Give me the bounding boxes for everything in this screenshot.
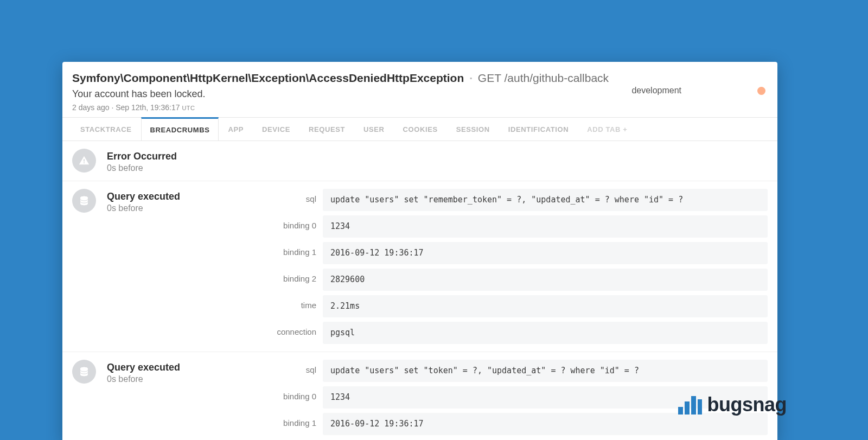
breadcrumb-title: Error Occurred [107, 151, 248, 162]
breadcrumb-item: Query executed0s beforesqlupdate "users"… [62, 181, 777, 352]
environment-status-dot [757, 87, 765, 95]
breadcrumb-item: Error Occurred0s before [62, 141, 777, 181]
detail-key: binding 0 [259, 215, 323, 238]
tab-cookies[interactable]: COOKIES [394, 118, 447, 141]
detail-row: binding 22829600 [259, 269, 768, 291]
tab-device[interactable]: DEVICE [253, 118, 299, 141]
bugsnag-logo: bugsnag [678, 393, 787, 416]
request-line: GET /auth/github-callback [478, 72, 609, 84]
tab-add[interactable]: ADD TAB + [578, 118, 636, 141]
database-icon [72, 360, 96, 384]
tab-app[interactable]: APP [219, 118, 253, 141]
tab-user[interactable]: USER [354, 118, 394, 141]
svg-rect-0 [84, 160, 85, 162]
breadcrumb-title: Query executed [107, 191, 248, 202]
svg-rect-1 [84, 163, 85, 164]
detail-value: 2.21ms [323, 295, 768, 317]
detail-row: connectionpgsql [259, 322, 768, 344]
svg-point-9 [80, 367, 87, 370]
detail-key: binding 0 [259, 386, 323, 409]
detail-key: binding 1 [259, 242, 323, 264]
breadcrumb-relative-time: 0s before [107, 203, 248, 213]
database-icon [72, 189, 96, 213]
detail-value: update "users" set "token" = ?, "updated… [323, 360, 768, 382]
detail-key: sql [259, 189, 323, 211]
error-detail-panel: Symfony\Component\HttpKernel\Exception\A… [62, 62, 777, 440]
bugsnag-logo-icon [678, 395, 702, 415]
error-title-line: Symfony\Component\HttpKernel\Exception\A… [72, 71, 768, 85]
detail-value: 2016-09-12 19:36:17 [323, 413, 768, 435]
absolute-time: Sep 12th, 19:36:17 [116, 103, 180, 112]
time-separator: · [111, 103, 116, 112]
detail-value: 2016-09-12 19:36:17 [323, 242, 768, 264]
tab-breadcrumbs[interactable]: BREADCRUMBS [141, 117, 219, 141]
svg-point-5 [80, 196, 87, 199]
breadcrumb-item: Query executed0s beforesqlupdate "users"… [62, 352, 777, 440]
breadcrumb-list: Error Occurred0s beforeQuery executed0s … [62, 141, 777, 440]
detail-row: sqlupdate "users" set "token" = ?, "upda… [259, 360, 768, 382]
tab-bar: STACKTRACEBREADCRUMBSAPPDEVICEREQUESTUSE… [62, 117, 777, 141]
bugsnag-logo-text: bugsnag [707, 393, 787, 416]
tab-session[interactable]: SESSION [447, 118, 499, 141]
breadcrumb-header: Query executed0s before [107, 189, 248, 213]
detail-key: binding 2 [259, 269, 323, 291]
error-header: Symfony\Component\HttpKernel\Exception\A… [62, 62, 777, 117]
detail-key: sql [259, 360, 323, 382]
warning-icon [72, 149, 96, 173]
detail-key: connection [259, 322, 323, 344]
detail-key: time [259, 295, 323, 317]
detail-value: update "users" set "remember_token" = ?,… [323, 189, 768, 211]
tab-identification[interactable]: IDENTIFICATION [499, 118, 578, 141]
environment-label: development [631, 86, 681, 95]
detail-row: time2.21ms [259, 295, 768, 317]
detail-row: binding 12016-09-12 19:36:17 [259, 242, 768, 264]
relative-time: 2 days ago [72, 103, 110, 112]
detail-value: 2829600 [323, 269, 768, 291]
error-timestamp-line: 2 days ago · Sep 12th, 19:36:17 UTC [72, 103, 768, 112]
breadcrumb-header: Error Occurred0s before [107, 149, 248, 173]
timezone: UTC [182, 105, 195, 111]
breadcrumb-relative-time: 0s before [107, 374, 248, 384]
breadcrumb-title: Query executed [107, 362, 248, 373]
breadcrumb-relative-time: 0s before [107, 163, 248, 173]
detail-row: binding 12016-09-12 19:36:17 [259, 413, 768, 435]
detail-row: binding 01234 [259, 215, 768, 238]
breadcrumb-details: sqlupdate "users" set "remember_token" =… [259, 189, 768, 344]
detail-key: binding 1 [259, 413, 323, 435]
detail-row: sqlupdate "users" set "remember_token" =… [259, 189, 768, 211]
title-separator: · [467, 72, 475, 84]
exception-class: Symfony\Component\HttpKernel\Exception\A… [72, 72, 464, 84]
environment-area: development [631, 86, 765, 95]
detail-value: 1234 [323, 215, 768, 238]
breadcrumb-header: Query executed0s before [107, 360, 248, 384]
tab-request[interactable]: REQUEST [299, 118, 354, 141]
tab-stacktrace[interactable]: STACKTRACE [71, 118, 141, 141]
detail-value: pgsql [323, 322, 768, 344]
